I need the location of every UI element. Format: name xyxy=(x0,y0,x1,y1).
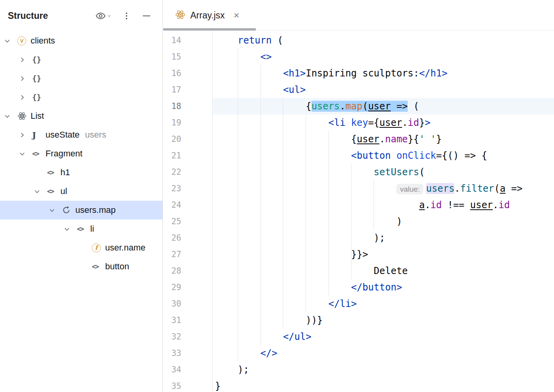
chevron-down-icon[interactable] xyxy=(3,113,17,120)
chevron-down-icon[interactable] xyxy=(48,207,62,214)
tree-item-object-3[interactable]: {} xyxy=(0,88,162,107)
tree-item-user.name[interactable]: fuser.name xyxy=(0,238,162,257)
editor-pane: Array.jsx ✕ 14 return (15 <>16 <h1>Inspi… xyxy=(163,0,554,392)
line-number: 15 xyxy=(163,49,212,65)
chevron-right-icon[interactable] xyxy=(18,94,32,101)
code-line-23[interactable]: 23 value:users.filter(a => xyxy=(163,180,554,197)
kebab-icon xyxy=(122,11,131,21)
chevron-down-icon[interactable] xyxy=(3,38,17,44)
code-line-31[interactable]: 31 ))} xyxy=(163,312,554,328)
code-line-22[interactable]: 22 setUsers( xyxy=(163,164,554,180)
code-token: <> xyxy=(261,51,272,62)
tree-item-object-1[interactable]: {} xyxy=(0,50,162,69)
code-token: ( xyxy=(494,183,499,194)
variable-icon: V xyxy=(17,36,31,45)
code-line-17[interactable]: 17 <ul> xyxy=(163,82,554,98)
code-line-30[interactable]: 30 </li> xyxy=(163,296,554,312)
tree-item-users.map[interactable]: users.map xyxy=(0,201,162,220)
tree-item-useState[interactable]: JuseStateusers xyxy=(0,125,162,144)
code-token xyxy=(345,117,351,128)
tree-item-button[interactable]: <>button xyxy=(0,257,162,276)
tree-item-label: button xyxy=(105,261,129,272)
code-text: {users.map(user => ( xyxy=(212,98,419,114)
code-text: ))} xyxy=(212,312,323,328)
line-number: 30 xyxy=(163,296,212,312)
react-icon xyxy=(17,111,31,121)
code-text: }}> xyxy=(212,246,368,263)
code-text: ) xyxy=(212,213,402,230)
tree-item-List[interactable]: List xyxy=(0,107,162,125)
line-number: 23 xyxy=(163,180,212,197)
code-token: <ul> xyxy=(283,84,306,95)
code-token xyxy=(215,200,419,211)
more-actions-button[interactable] xyxy=(121,10,132,22)
code-token: } xyxy=(436,134,442,145)
code-token: . xyxy=(340,101,345,112)
line-number: 17 xyxy=(163,82,212,98)
code-token: a xyxy=(419,200,425,211)
code-token: ) xyxy=(215,216,402,227)
code-text: </button> xyxy=(212,279,402,296)
code-token: </li> xyxy=(328,298,357,309)
tree-item-ul[interactable]: <>ul xyxy=(0,182,162,201)
line-number: 33 xyxy=(163,345,212,361)
code-line-19[interactable]: 19 <li key={user.id}> xyxy=(163,114,554,131)
chevron-down-icon[interactable] xyxy=(18,151,32,157)
code-token: ={() => { xyxy=(436,150,487,161)
tag-icon: <> xyxy=(47,169,60,176)
tree-item-li[interactable]: <>li xyxy=(0,220,162,238)
hide-panel-button[interactable] xyxy=(141,10,152,22)
chevron-down-icon[interactable] xyxy=(63,226,77,232)
line-number: 29 xyxy=(163,279,212,296)
code-token: ( xyxy=(408,101,419,112)
line-number: 27 xyxy=(163,246,212,263)
line-number: 31 xyxy=(163,312,212,328)
code-line-32[interactable]: 32 </ul> xyxy=(163,328,554,345)
chevron-right-icon[interactable] xyxy=(18,56,32,63)
code-line-26[interactable]: 26 ); xyxy=(163,230,554,246)
tree-item-label: ul xyxy=(60,186,67,196)
line-number: 19 xyxy=(163,114,212,131)
tag-icon: <> xyxy=(77,225,90,233)
code-token: } xyxy=(215,381,221,392)
code-text: ); xyxy=(212,230,385,246)
code-line-27[interactable]: 27 }}> xyxy=(163,246,554,263)
tree-item-clients[interactable]: Vclients xyxy=(0,31,162,50)
view-options-button[interactable] xyxy=(95,10,112,22)
code-line-21[interactable]: 21 <button onClick={() => { xyxy=(163,147,554,164)
code-line-34[interactable]: 34 ); xyxy=(163,361,554,378)
chevron-right-icon[interactable] xyxy=(18,75,32,82)
braces-icon: {} xyxy=(32,93,46,102)
tree-item-Fragment[interactable]: <>Fragment xyxy=(0,144,162,163)
code-token: ={ xyxy=(368,117,379,128)
code-line-18[interactable]: 18 {users.map(user => ( xyxy=(163,98,554,114)
code-line-25[interactable]: 25 ) xyxy=(163,213,554,230)
code-token: ); xyxy=(215,232,385,243)
tree-item-label: h1 xyxy=(60,167,70,178)
tab-close-icon[interactable]: ✕ xyxy=(233,11,240,20)
code-token xyxy=(215,150,351,161)
code-token: id xyxy=(408,117,419,128)
code-line-28[interactable]: 28 Delete xyxy=(163,263,554,279)
code-line-20[interactable]: 20 {user.name}{' '} xyxy=(163,131,554,147)
chevron-down-icon[interactable] xyxy=(33,188,47,195)
code-line-15[interactable]: 15 <> xyxy=(163,49,554,65)
tag-icon: <> xyxy=(32,150,46,158)
line-number: 35 xyxy=(163,378,212,392)
tab-array-jsx[interactable]: Array.jsx ✕ xyxy=(169,0,245,31)
code-line-35[interactable]: 35} xyxy=(163,378,554,392)
code-text: value:users.filter(a => xyxy=(212,180,523,197)
code-token: id xyxy=(498,200,510,211)
code-line-33[interactable]: 33 </> xyxy=(163,345,554,361)
code-line-29[interactable]: 29 </button> xyxy=(163,279,554,296)
tree-item-h1[interactable]: <>h1 xyxy=(0,163,162,182)
line-number: 26 xyxy=(163,230,212,246)
code-line-16[interactable]: 16 <h1>Inspiring sculptors:</h1> xyxy=(163,65,554,82)
tree-item-object-2[interactable]: {} xyxy=(0,69,162,88)
code-line-24[interactable]: 24 a.id !== user.id xyxy=(163,197,554,213)
code-token xyxy=(215,84,283,95)
code-line-14[interactable]: 14 return ( xyxy=(163,32,554,49)
chevron-right-icon[interactable] xyxy=(18,132,32,138)
code-token: <li xyxy=(328,117,345,128)
code-token: > xyxy=(425,117,430,128)
